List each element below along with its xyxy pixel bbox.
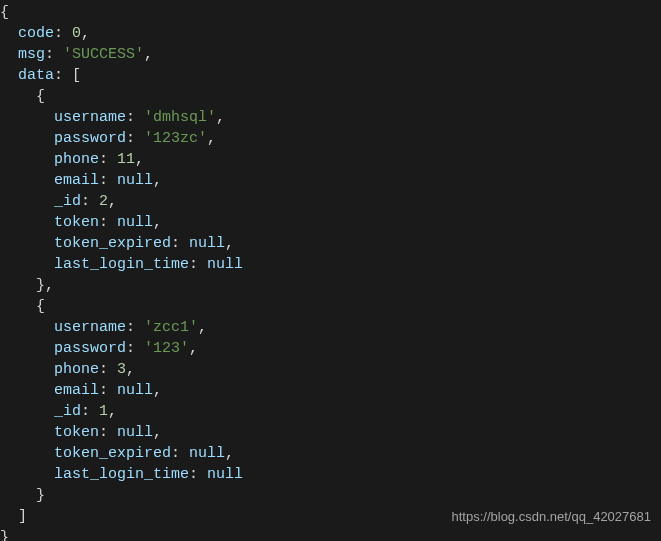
key-token: token	[54, 214, 99, 231]
colon: :	[189, 466, 207, 483]
key-phone: phone	[54, 151, 99, 168]
key-token-expired: token_expired	[54, 235, 171, 252]
comma: ,	[108, 193, 117, 210]
brace-close: }	[36, 487, 45, 504]
colon: :	[99, 382, 117, 399]
val-email-0: null	[117, 172, 153, 189]
code-block: { code: 0, msg: 'SUCCESS', data: [ { use…	[0, 0, 661, 541]
val-id-1: 1	[99, 403, 108, 420]
bracket: [	[72, 67, 81, 84]
brace: {	[36, 298, 45, 315]
colon: :	[171, 445, 189, 462]
colon: :	[99, 424, 117, 441]
brace: {	[0, 4, 9, 21]
val-password-1: '123'	[144, 340, 189, 357]
val-token-1: null	[117, 424, 153, 441]
val-phone-1: 3	[117, 361, 126, 378]
comma: ,	[144, 46, 153, 63]
colon: :	[81, 403, 99, 420]
val-last-login-1: null	[207, 466, 243, 483]
comma: ,	[135, 151, 144, 168]
key-last-login: last_login_time	[54, 466, 189, 483]
brace: {	[36, 88, 45, 105]
key-msg: msg	[18, 46, 45, 63]
colon: :	[99, 172, 117, 189]
key-code: code	[18, 25, 54, 42]
comma: ,	[108, 403, 117, 420]
colon: :	[126, 340, 144, 357]
comma: ,	[126, 361, 135, 378]
comma: ,	[153, 172, 162, 189]
comma: ,	[225, 445, 234, 462]
val-username-0: 'dmhsql'	[144, 109, 216, 126]
colon: :	[99, 151, 117, 168]
colon: :	[126, 319, 144, 336]
key-id: _id	[54, 193, 81, 210]
val-username-1: 'zcc1'	[144, 319, 198, 336]
val-msg: 'SUCCESS'	[63, 46, 144, 63]
comma: ,	[207, 130, 216, 147]
comma: ,	[153, 214, 162, 231]
colon: :	[54, 25, 72, 42]
key-phone: phone	[54, 361, 99, 378]
key-email: email	[54, 382, 99, 399]
comma: ,	[216, 109, 225, 126]
comma: ,	[189, 340, 198, 357]
key-password: password	[54, 340, 126, 357]
brace-close: }	[0, 529, 9, 541]
colon: :	[99, 214, 117, 231]
comma: ,	[153, 424, 162, 441]
colon: :	[81, 193, 99, 210]
val-phone-0: 11	[117, 151, 135, 168]
val-id-0: 2	[99, 193, 108, 210]
val-email-1: null	[117, 382, 153, 399]
comma: ,	[225, 235, 234, 252]
colon: :	[126, 109, 144, 126]
colon: :	[126, 130, 144, 147]
bracket-close: ]	[18, 508, 27, 525]
colon: :	[171, 235, 189, 252]
val-code: 0	[72, 25, 81, 42]
key-id: _id	[54, 403, 81, 420]
colon: :	[189, 256, 207, 273]
comma: ,	[81, 25, 90, 42]
val-password-0: '123zc'	[144, 130, 207, 147]
key-username: username	[54, 319, 126, 336]
val-token-expired-0: null	[189, 235, 225, 252]
key-token: token	[54, 424, 99, 441]
watermark: https://blog.csdn.net/qq_42027681	[452, 506, 652, 527]
key-username: username	[54, 109, 126, 126]
key-token-expired: token_expired	[54, 445, 171, 462]
key-password: password	[54, 130, 126, 147]
val-token-0: null	[117, 214, 153, 231]
colon: :	[99, 361, 117, 378]
val-token-expired-1: null	[189, 445, 225, 462]
comma: ,	[198, 319, 207, 336]
colon: :	[45, 46, 63, 63]
key-data: data	[18, 67, 54, 84]
comma: ,	[153, 382, 162, 399]
key-last-login: last_login_time	[54, 256, 189, 273]
key-email: email	[54, 172, 99, 189]
colon: :	[54, 67, 72, 84]
brace-close-comma: },	[36, 277, 54, 294]
val-last-login-0: null	[207, 256, 243, 273]
